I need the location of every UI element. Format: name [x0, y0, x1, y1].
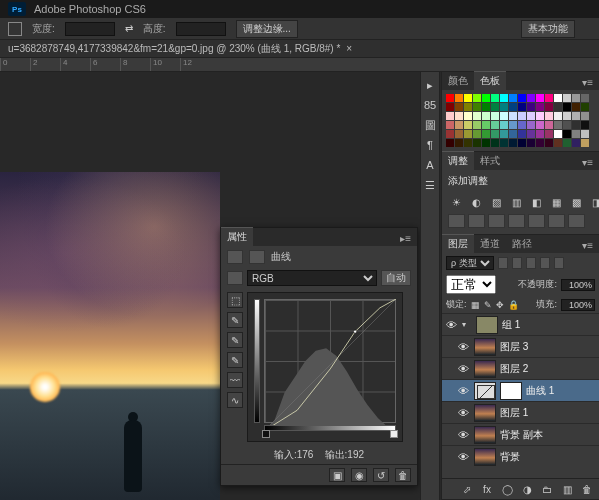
paragraph-icon[interactable]: ¶ [423, 138, 437, 152]
swatch[interactable] [518, 139, 526, 147]
swatch[interactable] [545, 103, 553, 111]
swatch[interactable] [572, 130, 580, 138]
swatch[interactable] [536, 94, 544, 102]
visibility-icon[interactable]: 👁 [456, 407, 470, 419]
visibility-icon[interactable]: 👁 [456, 341, 470, 353]
adj-preset-icon[interactable] [448, 214, 465, 228]
swatch[interactable] [554, 121, 562, 129]
swatch[interactable] [491, 103, 499, 111]
swatch[interactable] [455, 139, 463, 147]
filter-smart-icon[interactable] [554, 257, 564, 269]
layer-name[interactable]: 图层 2 [500, 362, 528, 376]
layer-row[interactable]: 👁图层 2 [442, 357, 599, 379]
tab-paths[interactable]: 路径 [506, 235, 538, 253]
adjustment-icon[interactable]: ◐ [468, 194, 484, 210]
swatch[interactable] [509, 130, 517, 138]
swatch[interactable] [572, 112, 580, 120]
swatch[interactable] [482, 103, 490, 111]
swatch[interactable] [518, 112, 526, 120]
new-group-icon[interactable]: 🗀 [539, 482, 555, 496]
swatch[interactable] [563, 139, 571, 147]
swatch[interactable] [446, 130, 454, 138]
swatch[interactable] [545, 139, 553, 147]
lock-pixels-icon[interactable]: ✎ [484, 300, 492, 310]
swatch[interactable] [581, 139, 589, 147]
smooth-curve-icon[interactable]: ∿ [227, 392, 243, 408]
swatch[interactable] [482, 130, 490, 138]
layer-row[interactable]: 👁图层 3 [442, 335, 599, 357]
swatch[interactable] [527, 130, 535, 138]
mask-icon[interactable] [249, 250, 265, 264]
lock-position-icon[interactable]: ✥ [496, 300, 504, 310]
swatch[interactable] [509, 121, 517, 129]
sample-white-icon[interactable]: ✎ [227, 352, 243, 368]
black-point-slider[interactable] [262, 430, 270, 438]
panel-menu-icon[interactable]: ▸≡ [394, 231, 417, 246]
swatch[interactable] [518, 121, 526, 129]
adjustment-icon[interactable]: ▦ [548, 194, 564, 210]
swatch[interactable] [527, 121, 535, 129]
swatch[interactable] [518, 130, 526, 138]
swatch[interactable] [473, 103, 481, 111]
adjustment-icon[interactable]: ▩ [568, 194, 584, 210]
swatch[interactable] [491, 112, 499, 120]
swatch[interactable] [563, 112, 571, 120]
swatch[interactable] [500, 112, 508, 120]
swatch[interactable] [527, 94, 535, 102]
swatch[interactable] [482, 94, 490, 102]
sample-black-icon[interactable]: ✎ [227, 312, 243, 328]
curves-graph[interactable] [247, 292, 403, 442]
swatch[interactable] [491, 121, 499, 129]
new-adjustment-icon[interactable]: ◑ [519, 482, 535, 496]
preset-icon[interactable] [227, 271, 243, 285]
layer-mask-icon[interactable]: ◯ [499, 482, 515, 496]
swatch[interactable] [518, 94, 526, 102]
properties-panel[interactable]: 属性 ▸≡ 曲线 RGB 自动 ⬚ ✎ ✎ ✎ 〰 ∿ [220, 227, 418, 486]
auto-button[interactable]: 自动 [381, 270, 411, 286]
swatch[interactable] [518, 103, 526, 111]
white-point-slider[interactable] [390, 430, 398, 438]
swatch[interactable] [536, 139, 544, 147]
adj-preset-icon[interactable] [528, 214, 545, 228]
tab-adjustments[interactable]: 调整 [442, 151, 474, 170]
adj-preset-icon[interactable] [548, 214, 565, 228]
link-layers-icon[interactable]: ⬀ [459, 482, 475, 496]
swatch[interactable] [581, 112, 589, 120]
delete-adjustment-icon[interactable]: 🗑 [395, 468, 411, 482]
panel-menu-icon[interactable]: ▾≡ [576, 238, 599, 253]
swatch[interactable] [500, 103, 508, 111]
fill-value[interactable]: 100% [561, 299, 595, 311]
swatch[interactable] [473, 139, 481, 147]
swatch[interactable] [536, 103, 544, 111]
swatch[interactable] [527, 112, 535, 120]
layer-row[interactable]: 👁曲线 1 [442, 379, 599, 401]
tab-channels[interactable]: 通道 [474, 235, 506, 253]
layer-row[interactable]: 👁图层 1 [442, 401, 599, 423]
swatch[interactable] [554, 130, 562, 138]
clip-to-layer-icon[interactable]: ▣ [329, 468, 345, 482]
filter-shape-icon[interactable] [540, 257, 550, 269]
swatch[interactable] [500, 139, 508, 147]
properties-tab[interactable]: 属性 [221, 227, 253, 246]
swatch[interactable] [581, 130, 589, 138]
adjustment-icon[interactable]: ☀ [448, 194, 464, 210]
swatch[interactable] [545, 112, 553, 120]
layer-style-icon[interactable]: fx [479, 482, 495, 496]
swatch[interactable] [446, 121, 454, 129]
new-layer-icon[interactable]: ▥ [559, 482, 575, 496]
reset-icon[interactable]: ↺ [373, 468, 389, 482]
swatch[interactable] [482, 121, 490, 129]
layer-row[interactable]: 👁背景 [442, 445, 599, 467]
swatch[interactable] [509, 103, 517, 111]
refine-edge-button[interactable]: 调整边缘... [236, 20, 298, 38]
blend-mode-select[interactable]: 正常 [446, 275, 496, 294]
swatch[interactable] [563, 103, 571, 111]
swatch[interactable] [545, 121, 553, 129]
swatch[interactable] [446, 103, 454, 111]
swatch[interactable] [455, 121, 463, 129]
crop-icon[interactable] [8, 22, 22, 36]
swatch[interactable] [545, 94, 553, 102]
tab-styles[interactable]: 样式 [474, 152, 506, 170]
strip-expand-icon[interactable]: ▸ [423, 78, 437, 92]
mask-thumb[interactable] [500, 382, 522, 400]
